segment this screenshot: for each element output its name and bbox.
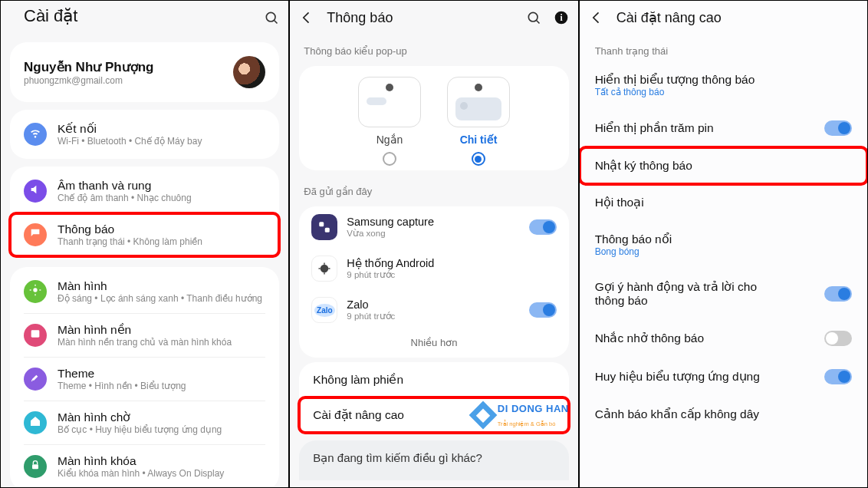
svg-rect-8: [32, 464, 38, 469]
popup-style-label: Thông báo kiểu pop-up: [290, 35, 577, 61]
header: Cài đặt nâng cao: [580, 1, 867, 35]
radio-selected-icon: [472, 152, 485, 166]
zalo-icon: Zalo: [311, 297, 337, 323]
row-conversations[interactable]: Hội thoại: [580, 184, 867, 221]
settings-group-display: Màn hìnhĐộ sáng • Lọc ánh sáng xanh • Th…: [10, 267, 279, 488]
profile-card[interactable]: Nguyễn Như Phượng phuongzmk@gmail.com: [10, 42, 279, 102]
row-floating[interactable]: Thông báo nổiBong bóng: [580, 221, 867, 269]
sun-icon: [29, 284, 41, 299]
search-icon[interactable]: [264, 10, 279, 25]
row-notifications[interactable]: Thông báoThanh trạng thái • Không làm ph…: [10, 213, 279, 256]
svg-point-15: [321, 265, 329, 273]
row-show-icons[interactable]: Hiển thị biểu tượng thông báoTất cả thôn…: [580, 61, 867, 109]
settings-root-screen: Cài đặt Nguyễn Như Phượng phuongzmk@gmai…: [0, 0, 289, 488]
app-row[interactable]: Samsung captureVừa xong: [299, 206, 568, 248]
back-icon[interactable]: [589, 10, 604, 25]
android-system-icon: [311, 256, 337, 282]
page-title: Cài đặt nâng cao: [616, 9, 722, 26]
search-icon[interactable]: [526, 10, 541, 25]
avatar: [233, 56, 265, 88]
recent-apps-card: Samsung captureVừa xong Hệ thống Android…: [299, 206, 568, 358]
header: Cài đặt: [1, 1, 288, 35]
row-home[interactable]: Màn hình chờBố cục • Huy hiệu biểu tượng…: [10, 401, 279, 444]
home-icon: [29, 415, 41, 430]
other-card: Không làm phiền Cài đặt nâng cao DI DONG…: [299, 362, 568, 433]
back-icon[interactable]: [299, 10, 314, 25]
popup-style-card: Ngắn Chi tiết: [299, 66, 568, 170]
toggle[interactable]: [529, 302, 557, 318]
row-lock[interactable]: Màn hình khóaKiểu khóa màn hình • Always…: [10, 445, 279, 488]
samsung-capture-icon: [311, 214, 337, 240]
popup-style-short[interactable]: Ngắn: [358, 77, 421, 166]
svg-rect-13: [320, 222, 324, 226]
svg-line-10: [536, 21, 539, 24]
row-badge[interactable]: Huy hiệu biểu tượng ứng dụng: [580, 358, 867, 396]
svg-rect-14: [325, 228, 330, 232]
image-icon: [29, 328, 41, 343]
svg-point-9: [528, 12, 538, 21]
toggle[interactable]: [824, 331, 852, 346]
row-display[interactable]: Màn hìnhĐộ sáng • Lọc ánh sáng xanh • Th…: [10, 270, 279, 313]
speaker-icon: [29, 183, 41, 199]
row-reminder[interactable]: Nhắc nhở thông báo: [580, 319, 867, 358]
svg-point-0: [267, 12, 276, 21]
row-suggest[interactable]: Gợi ý hành động và trả lời cho thông báo: [580, 269, 867, 319]
toggle[interactable]: [824, 286, 852, 302]
svg-line-1: [275, 21, 278, 24]
row-notification-history[interactable]: Nhật ký thông báo: [580, 147, 867, 184]
toggle[interactable]: [529, 219, 557, 235]
svg-point-2: [33, 288, 37, 292]
header: Thông báo i: [290, 1, 577, 35]
row-battery-percent[interactable]: Hiển thị phần trăm pin: [580, 109, 867, 147]
app-row[interactable]: Zalo Zalo9 phút trước: [299, 289, 568, 331]
row-sound[interactable]: Âm thanh và rungChế độ âm thanh • Nhạc c…: [10, 170, 279, 213]
lock-icon: [29, 459, 41, 474]
row-wallpaper[interactable]: Màn hình nềnMàn hình nền trang chủ và mà…: [10, 314, 279, 357]
row-themes[interactable]: ThemeTheme • Hình nền • Biểu tượng: [10, 358, 279, 401]
settings-group-general: Âm thanh và rungChế độ âm thanh • Nhạc c…: [10, 167, 279, 259]
page-title: Cài đặt: [10, 6, 91, 29]
row-dnd[interactable]: Không làm phiền: [299, 362, 568, 397]
radio-unselected-icon: [383, 152, 396, 166]
search-other[interactable]: Bạn đang tìm kiếm điều gì khác?: [299, 440, 568, 480]
info-icon[interactable]: i: [554, 10, 569, 25]
wifi-icon: [29, 127, 41, 142]
notifications-screen: Thông báo i Thông báo kiểu pop-up Ngắn C…: [289, 0, 578, 488]
chat-icon: [29, 227, 41, 242]
page-title: Thông báo: [327, 10, 393, 26]
advanced-settings-screen: Cài đặt nâng cao Thanh trạng thái Hiển t…: [579, 0, 868, 488]
watermark-logo: DI DONG HANTrải nghiệm & Gắn bó: [473, 401, 569, 429]
row-connections[interactable]: Kết nốiWi-Fi • Bluetooth • Chế độ Máy ba…: [10, 113, 279, 156]
more-button[interactable]: Nhiều hơn: [299, 331, 568, 358]
row-emergency[interactable]: Cảnh báo khẩn cấp không dây: [580, 396, 867, 433]
app-row[interactable]: Hệ thống Android9 phút trước: [299, 248, 568, 289]
brush-icon: [29, 371, 41, 387]
profile-name: Nguyễn Như Phượng: [24, 59, 153, 75]
settings-group-connections: Kết nốiWi-Fi • Bluetooth • Chế độ Máy ba…: [10, 110, 279, 159]
row-advanced[interactable]: Cài đặt nâng cao DI DONG HANTrải nghiệm …: [299, 397, 568, 433]
svg-rect-7: [31, 330, 40, 337]
toggle[interactable]: [824, 369, 852, 384]
status-bar-label: Thanh trạng thái: [580, 35, 867, 61]
toggle[interactable]: [824, 120, 852, 136]
profile-email: phuongzmk@gmail.com: [24, 75, 153, 86]
popup-style-detail[interactable]: Chi tiết: [447, 77, 510, 166]
recent-label: Đã gửi gần đây: [290, 175, 577, 202]
